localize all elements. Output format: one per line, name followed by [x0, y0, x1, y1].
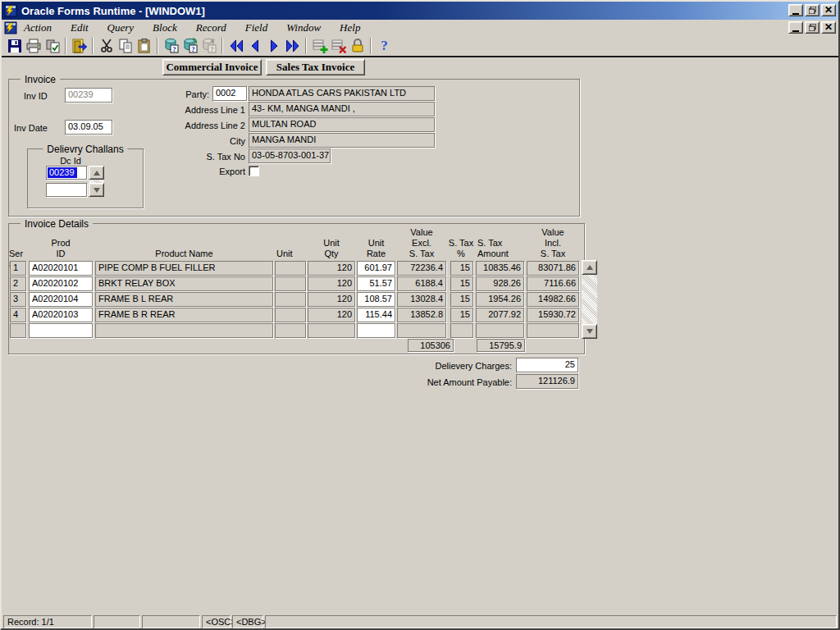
cell-unit[interactable]	[275, 261, 306, 276]
cell-product_name[interactable]: FRAME B R REAR	[95, 308, 273, 322]
cell-unit[interactable]	[275, 276, 306, 291]
party-code-field[interactable]: 0002	[212, 86, 247, 101]
cell-value_excl[interactable]: 6188.4	[397, 276, 446, 291]
exit-button[interactable]	[70, 37, 89, 55]
menu-item-field[interactable]: Field	[245, 21, 267, 35]
title-bar[interactable]: Oracle Forms Runtime - [WINDOW1] ✕	[2, 2, 838, 20]
print-button[interactable]	[24, 37, 43, 55]
cell-value_excl[interactable]: 13852.8	[397, 308, 446, 322]
cell-qty[interactable]: 120	[308, 276, 355, 291]
cell-product_name[interactable]: BRKT RELAY BOX	[95, 276, 273, 291]
cell-prod_id[interactable]: A02020103	[29, 308, 93, 322]
cell-value_excl[interactable]: 13028.4	[397, 292, 446, 307]
cell-product_name[interactable]: FRAME B L REAR	[95, 292, 273, 307]
copy-button[interactable]	[116, 37, 135, 55]
close-icon[interactable]: ✕	[821, 4, 836, 16]
cell-unit[interactable]	[275, 323, 306, 338]
restore-icon[interactable]	[805, 4, 819, 16]
cell-tax_amount[interactable]: 928.26	[476, 276, 524, 291]
menu-item-block[interactable]: Block	[153, 21, 177, 35]
cell-value_incl[interactable]: 14982.66	[527, 292, 579, 307]
cell-tax_pct[interactable]: 15	[450, 308, 473, 322]
menu-item-record[interactable]: Record	[196, 21, 226, 35]
cell-ser[interactable]: 3	[10, 292, 26, 307]
inv-date-field[interactable]: 03.09.05	[65, 120, 112, 135]
cell-qty[interactable]: 120	[308, 292, 355, 307]
lock-record-button[interactable]	[348, 37, 367, 55]
party-name-field[interactable]: HONDA ATLAS CARS PAKISTAN LTD	[249, 86, 435, 101]
cell-qty[interactable]	[308, 323, 355, 338]
cell-qty[interactable]: 120	[308, 261, 355, 276]
cell-value_excl[interactable]	[397, 323, 446, 338]
inv-id-field[interactable]: 00239	[65, 88, 112, 103]
print-setup-button[interactable]	[43, 37, 62, 55]
cell-value_incl[interactable]: 15930.72	[527, 308, 579, 322]
cell-value_excl[interactable]: 72236.4	[397, 261, 446, 276]
cell-rate[interactable]: 601.97	[357, 261, 395, 276]
execute-query-button[interactable]: ?	[180, 37, 199, 55]
menu-item-action[interactable]: Action	[24, 21, 52, 35]
cell-qty[interactable]: 120	[308, 308, 355, 322]
export-checkbox[interactable]	[249, 166, 259, 176]
cancel-query-button[interactable]: ?	[199, 37, 218, 55]
cell-rate[interactable]: 51.57	[357, 276, 395, 291]
cell-value_incl[interactable]: 7116.66	[527, 276, 579, 291]
cell-rate[interactable]: 115.44	[357, 308, 395, 322]
table-scrollbar-track[interactable]	[582, 275, 597, 324]
menu-item-window[interactable]: Window	[286, 21, 321, 35]
child-minimize-icon[interactable]	[788, 21, 803, 34]
save-button[interactable]	[5, 37, 24, 55]
cell-ser[interactable]: 1	[10, 261, 26, 276]
paste-button[interactable]	[135, 37, 153, 55]
next-record-button[interactable]	[264, 37, 283, 55]
cell-tax_amount[interactable]: 1954.26	[476, 292, 524, 307]
cell-prod_id[interactable]: A02020104	[29, 292, 93, 307]
cell-tax_amount[interactable]: 10835.46	[476, 261, 524, 276]
cell-ser[interactable]	[10, 323, 26, 338]
cell-product_name[interactable]	[95, 323, 273, 338]
s-tax-no-field[interactable]: 03-05-8703-001-37	[249, 148, 331, 163]
previous-record-button[interactable]	[245, 37, 264, 55]
minimize-icon[interactable]	[788, 4, 803, 16]
menu-item-edit[interactable]: Edit	[71, 21, 89, 35]
dc-id-field-2[interactable]	[46, 183, 87, 197]
dc-id-field[interactable]: 00239	[46, 166, 87, 180]
child-restore-icon[interactable]	[805, 21, 819, 34]
menu-item-query[interactable]: Query	[107, 21, 135, 35]
cell-tax_amount[interactable]: 2077.92	[476, 308, 524, 322]
cell-value_incl[interactable]: 83071.86	[527, 261, 579, 276]
help-button[interactable]: ?	[375, 37, 394, 55]
table-scroll-up-icon[interactable]	[582, 260, 597, 275]
menu-item-help[interactable]: Help	[340, 21, 360, 35]
cell-tax_pct[interactable]	[450, 323, 473, 338]
table-scroll-down-icon[interactable]	[582, 324, 597, 339]
cell-tax_pct[interactable]: 15	[450, 292, 473, 307]
cell-prod_id[interactable]	[29, 323, 93, 338]
cell-tax_pct[interactable]: 15	[450, 276, 473, 291]
cell-rate[interactable]	[357, 323, 395, 338]
cell-ser[interactable]: 4	[10, 308, 26, 322]
delivery-charges-field[interactable]: 25	[516, 358, 578, 372]
cell-rate[interactable]: 108.57	[357, 292, 395, 307]
cell-prod_id[interactable]: A02020102	[29, 276, 93, 291]
cut-button[interactable]	[97, 37, 116, 55]
cell-unit[interactable]	[275, 292, 306, 307]
cell-prod_id[interactable]: A02020101	[29, 261, 93, 276]
cell-tax_pct[interactable]: 15	[450, 261, 473, 276]
address-line-2-field[interactable]: MULTAN ROAD	[249, 117, 435, 132]
cell-product_name[interactable]: PIPE COMP B FUEL FILLER	[95, 261, 273, 276]
delete-record-button[interactable]	[329, 37, 348, 55]
last-record-button[interactable]	[283, 37, 302, 55]
tab-sales-tax-invoice[interactable]: Sales Tax Invoice	[266, 59, 365, 75]
cell-unit[interactable]	[275, 308, 306, 322]
dc-scroll-down-icon[interactable]	[89, 183, 104, 197]
insert-record-button[interactable]	[310, 37, 329, 55]
dc-scroll-up-icon[interactable]	[89, 166, 104, 180]
cell-ser[interactable]: 2	[10, 276, 26, 291]
first-record-button[interactable]	[226, 37, 245, 55]
address-line-1-field[interactable]: 43- KM, MANGA MANDI ,	[249, 102, 435, 116]
cell-value_incl[interactable]	[527, 323, 579, 338]
cell-tax_amount[interactable]	[476, 323, 524, 338]
city-field[interactable]: MANGA MANDI	[249, 133, 435, 148]
enter-query-button[interactable]: ?	[162, 37, 180, 55]
